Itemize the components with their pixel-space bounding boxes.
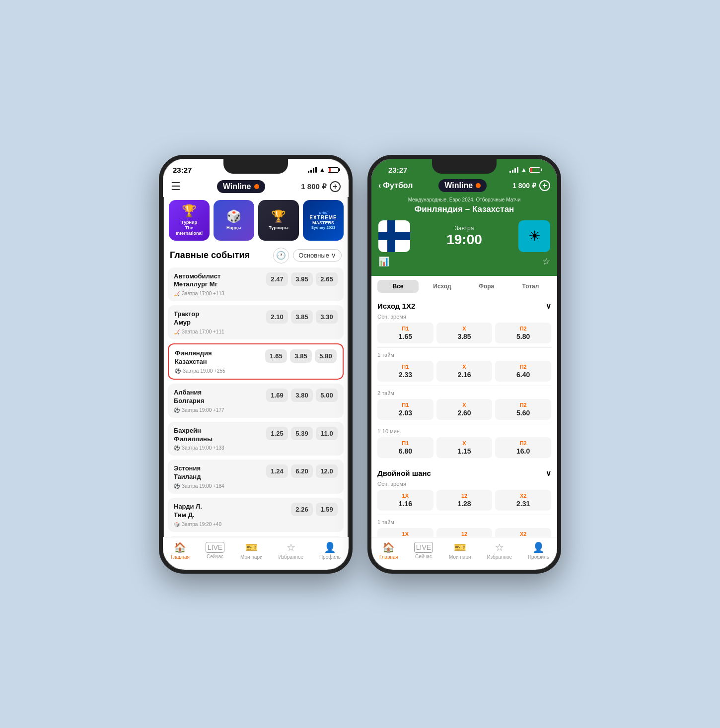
add-balance-right[interactable]: + xyxy=(539,180,550,191)
menu-icon[interactable]: ☰ xyxy=(171,180,181,193)
banner-turniry[interactable]: 🏆 Турниры xyxy=(258,200,299,241)
event-time-5: Завтра 19:00 +133 xyxy=(182,445,224,451)
event-card-2[interactable]: ТракторАмур 🏒 Завтра 17:00 +111 2.10 3.8… xyxy=(168,305,344,339)
nav-live-right[interactable]: LIVE Сейчас xyxy=(414,542,433,559)
nav-bets-label-left: Мои пари xyxy=(240,554,263,560)
dc-cell-1x-main[interactable]: 1X 1.16 xyxy=(377,490,433,511)
odd-x-4[interactable]: 3.80 xyxy=(291,389,313,402)
odd-cell-x-half1[interactable]: X 2.16 xyxy=(436,361,493,382)
odd-2-7[interactable]: 1.59 xyxy=(316,503,338,516)
nav-home-left[interactable]: 🏠 Главная xyxy=(171,541,190,560)
battery-fill xyxy=(329,168,331,172)
filter-button[interactable]: Основные ∨ xyxy=(293,249,342,262)
dc-cell-12-h1[interactable]: 12 1.71 xyxy=(436,528,493,537)
event-info-6: ЭстонияТаиланд ⚽ Завтра 19:00 +184 xyxy=(174,464,266,489)
chevron-down-dc[interactable]: ∨ xyxy=(546,469,551,478)
odd-1-2[interactable]: 2.10 xyxy=(266,310,288,324)
odd-1-7[interactable]: 2.26 xyxy=(291,503,313,516)
event-teams-4: АлбанияБолгария xyxy=(174,389,266,405)
stats-icon[interactable]: 📊 xyxy=(378,256,389,267)
nav-bets-right[interactable]: 🎫 Мои пари xyxy=(449,541,471,560)
event-meta-2: 🏒 Завтра 17:00 +111 xyxy=(174,329,266,334)
odd-1-6[interactable]: 1.24 xyxy=(266,464,288,478)
tab-all[interactable]: Все xyxy=(377,280,419,293)
football-icon-3: ⚽ xyxy=(175,368,181,374)
nav-profile-left[interactable]: 👤 Профиль xyxy=(319,541,341,560)
dc-cell-1x-h1[interactable]: 1X 1.12 xyxy=(377,528,433,537)
chevron-down-outcome[interactable]: ∨ xyxy=(546,302,551,311)
odd-2-4[interactable]: 5.00 xyxy=(316,389,338,402)
event-card-4[interactable]: АлбанияБолгария ⚽ Завтра 19:00 +177 1.69… xyxy=(168,384,344,418)
dc-value-12-main: 1.28 xyxy=(457,500,471,508)
event-card-7[interactable]: Нарди Л.Тим Д. 🎲 Завтра 19:20 +40 2.26 1… xyxy=(168,498,344,532)
nav-bets-left[interactable]: 🎫 Мои пари xyxy=(240,541,263,560)
banner-intel[interactable]: intel EXTREME MASTERS Sydney 2023 xyxy=(303,200,344,241)
odd-x-1[interactable]: 3.95 xyxy=(291,272,313,286)
event-card-5[interactable]: БахрейнФилиппины ⚽ Завтра 19:00 +133 1.2… xyxy=(168,422,344,456)
event-info-5: БахрейнФилиппины ⚽ Завтра 19:00 +133 xyxy=(174,427,266,451)
odd-value-x-10m: 1.15 xyxy=(457,447,471,455)
odd-cell-x-10min[interactable]: X 1.15 xyxy=(436,437,493,458)
odd-2-6[interactable]: 12.0 xyxy=(316,464,338,478)
odd-2-3[interactable]: 5.80 xyxy=(315,349,337,363)
odd-cell-p1-main[interactable]: П1 1.65 xyxy=(377,323,433,343)
subsec-label-half1: 1 тайм xyxy=(377,352,551,358)
odd-label-p2-h2: П2 xyxy=(520,402,527,408)
banner-nardy[interactable]: 🎲 Нарды xyxy=(214,200,254,241)
add-balance-button[interactable]: + xyxy=(330,181,341,192)
odd-x-5[interactable]: 5.39 xyxy=(291,427,313,440)
nav-home-right[interactable]: 🏠 Главная xyxy=(379,541,398,560)
nav-favorites-left[interactable]: ☆ Избранное xyxy=(278,541,303,560)
odd-x-6[interactable]: 6.20 xyxy=(291,464,313,478)
odd-cell-x-half2[interactable]: X 2.60 xyxy=(436,399,493,420)
odd-2-2[interactable]: 3.30 xyxy=(316,310,338,324)
clock-button[interactable]: 🕐 xyxy=(273,248,289,264)
outcome-title: Исход 1Х2 xyxy=(377,302,415,310)
odd-cell-p1-half1[interactable]: П1 2.33 xyxy=(377,361,433,382)
odd-value-p2-main: 5.80 xyxy=(516,332,530,340)
events-list: АвтомобилистМеталлург Мг 🏒 Завтра 17:00 … xyxy=(163,267,349,537)
dice-icon-7: 🎲 xyxy=(174,522,180,527)
dc-cell-12-main[interactable]: 12 1.28 xyxy=(436,490,493,511)
back-button[interactable]: ‹ Футбол xyxy=(378,181,413,190)
intel-extreme: EXTREME xyxy=(309,215,337,220)
match-title: Финляндия – Казахстан xyxy=(378,204,550,214)
odd-cell-p1-half2[interactable]: П1 2.03 xyxy=(377,399,433,420)
favorite-star-icon[interactable]: ☆ xyxy=(542,256,550,267)
event-card-6[interactable]: ЭстонияТаиланд ⚽ Завтра 19:00 +184 1.24 … xyxy=(168,460,344,494)
dc-divider-1 xyxy=(377,515,551,515)
event-teams-6: ЭстонияТаиланд xyxy=(174,464,266,481)
dc-cell-x2-h1[interactable]: X2 1.61 xyxy=(495,528,551,537)
odd-2-5[interactable]: 11.0 xyxy=(316,427,338,440)
odd-1-3[interactable]: 1.65 xyxy=(265,349,287,363)
tab-outcome[interactable]: Исход xyxy=(422,280,463,293)
banner-international[interactable]: 🏆 ТурнирThe International xyxy=(169,200,210,241)
odd-x-3[interactable]: 3.85 xyxy=(290,349,312,363)
dc-cell-x2-main[interactable]: X2 2.31 xyxy=(495,490,551,511)
nav-profile-label-right: Профиль xyxy=(528,554,549,560)
nav-favorites-right[interactable]: ☆ Избранное xyxy=(487,541,512,560)
odd-1-5[interactable]: 1.25 xyxy=(266,427,288,440)
odd-cell-p2-half2[interactable]: П2 5.60 xyxy=(495,399,551,420)
tab-total[interactable]: Тотал xyxy=(510,280,551,293)
event-card-1[interactable]: АвтомобилистМеталлург Мг 🏒 Завтра 17:00 … xyxy=(168,267,344,302)
event-card-3-highlighted[interactable]: ФинляндияКазахстан ⚽ Завтра 19:00 +255 1… xyxy=(168,343,344,380)
nav-live-left[interactable]: LIVE Сейчас xyxy=(206,542,224,559)
dc-label-1x-main: 1X xyxy=(402,493,409,499)
odd-x-2[interactable]: 3.85 xyxy=(291,310,313,324)
odd-cell-x-main[interactable]: X 3.85 xyxy=(436,323,493,343)
balance-display: 1 800 ₽ + xyxy=(301,181,341,192)
odd-1-4[interactable]: 1.69 xyxy=(266,389,288,402)
dc-subsec-main: Осн. время xyxy=(377,481,551,487)
odd-value-p1-h1: 2.33 xyxy=(399,371,412,379)
odd-cell-p1-10min[interactable]: П1 6.80 xyxy=(377,437,433,458)
odd-cell-p2-half1[interactable]: П2 6.40 xyxy=(495,361,551,382)
notch xyxy=(223,159,288,174)
odd-cell-p2-10min[interactable]: П2 16.0 xyxy=(495,437,551,458)
nav-profile-right[interactable]: 👤 Профиль xyxy=(528,541,549,560)
odd-2-1[interactable]: 2.65 xyxy=(316,272,338,286)
odd-1-1[interactable]: 2.47 xyxy=(266,272,288,286)
match-balance: 1 800 ₽ + xyxy=(512,180,550,191)
odd-cell-p2-main[interactable]: П2 5.80 xyxy=(495,323,551,343)
tab-handicap[interactable]: Фора xyxy=(466,280,507,293)
